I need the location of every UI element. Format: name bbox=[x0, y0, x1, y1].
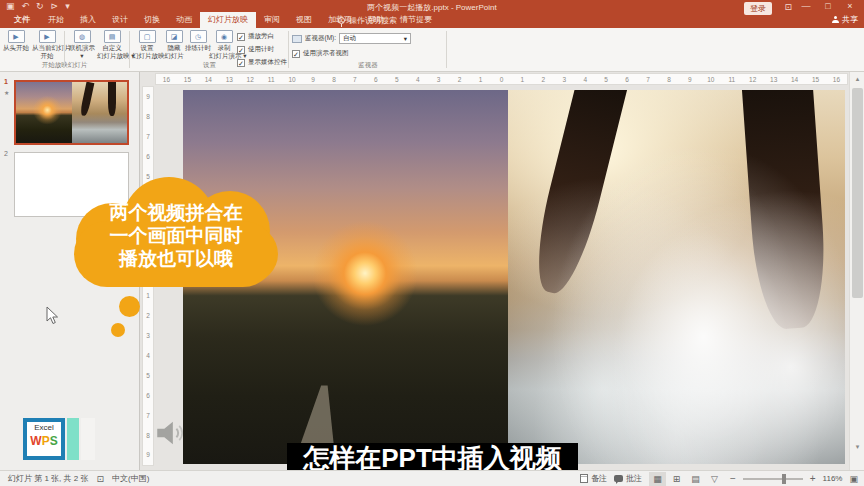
ribbon-display-options-icon[interactable]: ⊡ bbox=[784, 2, 792, 12]
scrollbar-thumb[interactable] bbox=[852, 88, 863, 298]
tab-1[interactable]: 开始 bbox=[40, 12, 72, 28]
tab-8[interactable]: 视图 bbox=[288, 12, 320, 28]
setup-slideshow-icon: ▢ bbox=[139, 30, 156, 43]
ruler-mark: 2 bbox=[449, 74, 470, 84]
monitor-icon bbox=[292, 35, 302, 43]
thumb-sunset-video bbox=[16, 82, 72, 143]
slide-1-number: 1 bbox=[4, 78, 8, 85]
group-divider bbox=[288, 31, 289, 68]
setup-slideshow-button[interactable]: ▢设置幻灯片放映 bbox=[132, 30, 162, 59]
close-button[interactable]: × bbox=[840, 0, 860, 12]
slide-sorter-view-button[interactable]: ⊞ bbox=[668, 472, 685, 486]
chevron-down-icon: ▾ bbox=[404, 35, 407, 43]
tab-2[interactable]: 插入 bbox=[72, 12, 104, 28]
wps-excel-logo: Excel WPS bbox=[23, 418, 95, 460]
ruler-mark: 7 bbox=[638, 74, 659, 84]
ruler-mark: 1 bbox=[512, 74, 533, 84]
use-presenter-view-checkbox[interactable]: ✓ 使用演示者视图 bbox=[292, 49, 349, 58]
checkbox-check-icon: ✓ bbox=[237, 59, 245, 67]
tab-4[interactable]: 切换 bbox=[136, 12, 168, 28]
ribbon-group-monitors: 监视器(M): 自动▾ ✓ 使用演示者视图 监视器 bbox=[290, 28, 446, 71]
zoom-slider[interactable] bbox=[743, 478, 803, 480]
accessibility-checker-icon[interactable]: ⊡ bbox=[96, 474, 104, 484]
ruler-mark: 15 bbox=[177, 74, 198, 84]
scroll-up-icon[interactable]: ▴ bbox=[850, 72, 864, 86]
maximize-button[interactable]: □ bbox=[818, 0, 838, 12]
from-beginning-button[interactable]: ▶从头开始 bbox=[1, 30, 31, 52]
share-button[interactable]: 共享 bbox=[832, 14, 858, 25]
comments-button[interactable]: 批注 bbox=[614, 473, 642, 484]
ruler-mark: 1 bbox=[470, 74, 491, 84]
tab-11[interactable]: 情节提要 bbox=[392, 12, 440, 28]
minimize-button[interactable]: — bbox=[796, 0, 816, 12]
ruler-mark: 2 bbox=[533, 74, 554, 84]
ruler-mark: 4 bbox=[143, 346, 153, 366]
tab-3[interactable]: 设计 bbox=[104, 12, 136, 28]
record-slideshow-button[interactable]: ◉录制幻灯片演示 ▾ bbox=[209, 30, 239, 59]
ruler-mark: 6 bbox=[617, 74, 638, 84]
tab-file[interactable]: 文件 bbox=[4, 12, 40, 28]
ruler-mark: 6 bbox=[143, 147, 153, 167]
vertical-scrollbar[interactable]: ▴ ▾ bbox=[849, 72, 864, 470]
group-divider bbox=[129, 31, 130, 68]
reading-view-button[interactable]: ▤ bbox=[687, 472, 704, 486]
button-label: 设置 bbox=[132, 44, 162, 52]
tab-5[interactable]: 动画 bbox=[168, 12, 200, 28]
zoom-out-button[interactable]: − bbox=[730, 473, 736, 484]
ruler-mark: 5 bbox=[143, 365, 153, 385]
button-label: 从头开始 bbox=[1, 44, 31, 52]
ruler-mark: 14 bbox=[198, 74, 219, 84]
checkbox-0[interactable]: ✓播放旁白 bbox=[237, 32, 287, 41]
scroll-down-icon[interactable]: ▾ bbox=[850, 440, 864, 454]
login-button[interactable]: 登录 bbox=[744, 2, 772, 15]
powerpoint-window: ▣↶↻⊳▾ 两个视频一起播放.pptx - PowerPoint 登录 ⊡ — … bbox=[0, 0, 864, 486]
normal-view-button[interactable]: ▦ bbox=[649, 472, 666, 486]
checkbox-check-icon: ✓ bbox=[292, 50, 300, 58]
notes-button[interactable]: 备注 bbox=[580, 473, 607, 484]
button-label: 录制 bbox=[209, 44, 239, 52]
slideshow-view-button[interactable]: ▽ bbox=[706, 472, 723, 486]
cloud-callout-text: 两个视频拼合在 一个画面中同时 播放也可以哦 bbox=[72, 177, 280, 293]
setup-checkboxes: ✓播放旁白✓使用计时✓显示媒体控件 bbox=[237, 32, 287, 67]
ruler-mark: 6 bbox=[365, 74, 386, 84]
audio-speaker-icon[interactable] bbox=[152, 416, 188, 450]
tab-7[interactable]: 审阅 bbox=[256, 12, 288, 28]
button-divider bbox=[64, 31, 65, 68]
zoom-in-button[interactable]: + bbox=[810, 473, 816, 484]
fit-slide-to-window-icon[interactable]: ▣ bbox=[849, 474, 858, 484]
ruler-mark: 12 bbox=[742, 74, 763, 84]
custom-slideshow-icon: ▤ bbox=[104, 30, 121, 43]
ruler-mark: 14 bbox=[784, 74, 805, 84]
thumb-leg-shape bbox=[79, 82, 94, 116]
from-current-slide-button[interactable]: ▶从当前幻灯片开始 bbox=[32, 30, 62, 59]
slide-1-thumbnail[interactable] bbox=[14, 80, 129, 145]
notes-icon bbox=[580, 474, 588, 483]
zoom-slider-thumb[interactable] bbox=[782, 474, 786, 484]
video-object-beach-run[interactable] bbox=[508, 90, 845, 464]
ruler-mark: 4 bbox=[575, 74, 596, 84]
monitor-dropdown[interactable]: 自动▾ bbox=[339, 33, 411, 44]
zoom-level[interactable]: 116% bbox=[823, 474, 843, 483]
ruler-mark: 7 bbox=[143, 127, 153, 147]
checkbox-2[interactable]: ✓显示媒体控件 bbox=[237, 58, 287, 67]
hide-slide-icon: ◪ bbox=[166, 30, 183, 43]
present-online-button[interactable]: ◍联机演示▾ bbox=[67, 30, 97, 59]
view-switcher: ▦⊞▤▽ bbox=[649, 472, 723, 486]
checkbox-1[interactable]: ✓使用计时 bbox=[237, 45, 287, 54]
comments-icon bbox=[614, 475, 623, 482]
statusbar: 幻灯片 第 1 张, 共 2 张 ⊡ 中文(中国) 备注 批注 ▦⊞▤▽ − +… bbox=[0, 470, 864, 486]
ruler-mark: 6 bbox=[143, 385, 153, 405]
custom-slideshow-button[interactable]: ▤自定义幻灯片放映 ▾ bbox=[97, 30, 127, 59]
ruler-mark: 3 bbox=[428, 74, 449, 84]
ruler-mark: 9 bbox=[143, 87, 153, 107]
checkbox-label: 播放旁白 bbox=[248, 32, 274, 41]
animation-star-icon: ★ bbox=[4, 89, 9, 96]
tell-me-search[interactable]: 操作说明搜索 bbox=[338, 12, 397, 28]
checkbox-check-icon: ✓ bbox=[237, 33, 245, 41]
callout-trail-bubble bbox=[111, 323, 125, 337]
ruler-mark: 15 bbox=[805, 74, 826, 84]
language-status[interactable]: 中文(中国) bbox=[112, 473, 149, 484]
ruler-mark: 5 bbox=[386, 74, 407, 84]
ruler-mark: 9 bbox=[303, 74, 324, 84]
tab-6[interactable]: 幻灯片放映 bbox=[200, 12, 256, 28]
